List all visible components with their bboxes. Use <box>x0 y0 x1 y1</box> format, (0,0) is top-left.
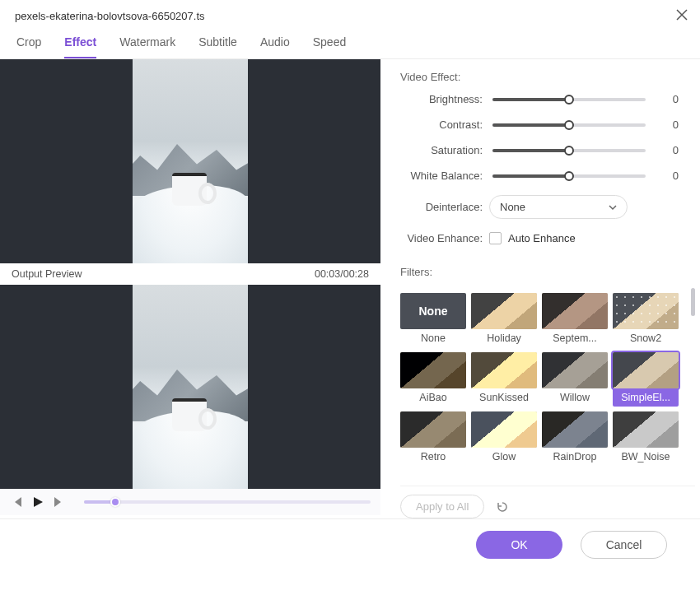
param-slider-1[interactable] <box>492 123 646 127</box>
preview-time: 00:03/00:28 <box>315 268 369 280</box>
filter-label: None <box>400 329 466 347</box>
deinterlace-label: Deinterlace: <box>400 201 489 213</box>
filter-label: Snow2 <box>613 329 679 347</box>
filter-label: RainDrop <box>542 448 608 466</box>
filter-retro[interactable]: Retro <box>400 411 466 466</box>
filter-label: AiBao <box>400 388 466 407</box>
filter-holiday[interactable]: Holiday <box>471 293 537 347</box>
filters-scrollbar[interactable] <box>691 288 695 316</box>
filter-label: Glow <box>471 448 537 466</box>
auto-enhance-checkbox[interactable] <box>489 232 502 244</box>
filter-label: Willow <box>542 388 608 407</box>
video-effect-title: Video Effect: <box>400 71 695 83</box>
param-slider-3[interactable] <box>492 174 646 178</box>
filter-raindrop[interactable]: RainDrop <box>542 411 608 466</box>
window-title: pexels-ekaterina-bolovtsova-6650207.ts <box>15 10 205 22</box>
filter-label: Septem... <box>542 329 608 347</box>
filter-label: BW_Noise <box>613 448 679 466</box>
tab-watermark[interactable]: Watermark <box>119 35 175 58</box>
seek-slider[interactable] <box>84 500 371 504</box>
filter-sunkissed[interactable]: SunKissed <box>471 352 537 407</box>
next-frame-button[interactable] <box>53 495 66 509</box>
original-preview <box>0 59 380 263</box>
reset-icon[interactable] <box>496 500 509 514</box>
tab-crop[interactable]: Crop <box>16 35 41 58</box>
apply-to-all-button[interactable]: Apply to All <box>400 495 484 518</box>
filter-septem[interactable]: Septem... <box>542 293 608 347</box>
filter-none[interactable]: NoneNone <box>400 293 466 347</box>
filter-label: Retro <box>400 448 466 466</box>
play-button[interactable] <box>31 495 44 509</box>
param-slider-0[interactable] <box>492 98 646 101</box>
param-label-0: Brightness: <box>400 93 489 105</box>
chevron-down-icon <box>609 203 617 212</box>
preview-label: Output Preview <box>12 268 82 280</box>
filter-bw_noise[interactable]: BW_Noise <box>613 411 679 466</box>
filter-glow[interactable]: Glow <box>471 411 537 466</box>
video-enhance-label: Video Enhance: <box>400 232 489 244</box>
deinterlace-select[interactable]: None <box>489 195 628 219</box>
param-label-1: Contrast: <box>400 119 489 131</box>
ok-button[interactable]: OK <box>476 531 562 559</box>
param-value-2: 0 <box>657 144 679 156</box>
tab-effect[interactable]: Effect <box>64 35 96 58</box>
filter-label: SunKissed <box>471 388 537 407</box>
prev-frame-button[interactable] <box>10 495 23 509</box>
param-label-3: White Balance: <box>400 170 489 182</box>
param-value-1: 0 <box>657 119 679 131</box>
filter-simpleel[interactable]: SimpleEl... <box>613 352 679 407</box>
param-label-2: Saturation: <box>400 144 489 156</box>
tab-speed[interactable]: Speed <box>313 35 346 58</box>
auto-enhance-option: Auto Enhance <box>508 232 576 244</box>
tab-subtitle[interactable]: Subtitle <box>198 35 237 58</box>
param-slider-2[interactable] <box>492 149 646 152</box>
filters-title: Filters: <box>400 266 695 278</box>
param-value-0: 0 <box>657 93 679 105</box>
param-value-3: 0 <box>657 170 679 182</box>
filter-label: SimpleEl... <box>613 388 679 407</box>
cancel-button[interactable]: Cancel <box>581 531 667 559</box>
filter-aibao[interactable]: AiBao <box>400 352 466 407</box>
output-preview <box>0 285 380 489</box>
close-icon[interactable] <box>675 8 688 24</box>
filter-label: Holiday <box>471 329 537 347</box>
tab-audio[interactable]: Audio <box>260 35 290 58</box>
filter-snow2[interactable]: Snow2 <box>613 293 679 347</box>
filter-willow[interactable]: Willow <box>542 352 608 407</box>
